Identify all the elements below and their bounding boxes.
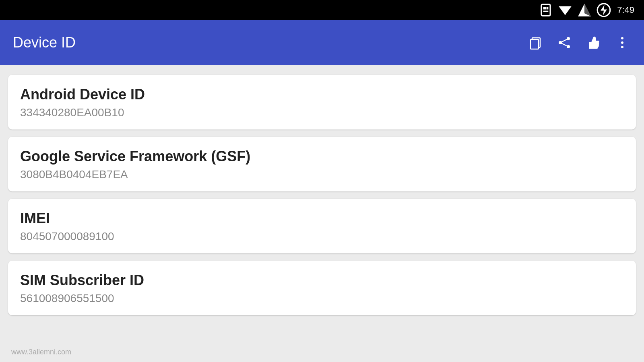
status-bar: 7:49 xyxy=(0,0,644,20)
app-bar-actions xyxy=(526,34,631,51)
svg-rect-10 xyxy=(530,39,539,49)
svg-rect-0 xyxy=(541,4,550,16)
svg-marker-4 xyxy=(559,6,572,15)
app-bar: Device ID xyxy=(0,20,644,65)
card-android-device-id[interactable]: Android Device ID 334340280EA00B10 xyxy=(8,75,636,130)
svg-rect-3 xyxy=(543,11,549,12)
svg-marker-8 xyxy=(601,5,607,15)
more-options-button[interactable] xyxy=(613,34,631,51)
share-button[interactable] xyxy=(555,34,573,51)
wifi-icon xyxy=(557,2,573,18)
card-imei[interactable]: IMEI 804507000089100 xyxy=(8,199,636,253)
page-title: Device ID xyxy=(13,34,526,51)
more-dots-icon xyxy=(615,35,630,50)
card-value-imei: 804507000089100 xyxy=(20,230,624,243)
share-icon xyxy=(557,35,572,50)
thumbs-up-icon xyxy=(586,35,601,50)
card-sim-subscriber[interactable]: SIM Subscriber ID 561008906551500 xyxy=(8,261,636,315)
card-title-imei: IMEI xyxy=(20,210,624,227)
status-time: 7:49 xyxy=(617,5,634,15)
card-value-gsf: 3080B4B0404EB7EA xyxy=(20,168,624,181)
card-value-sim: 561008906551500 xyxy=(20,292,624,305)
battery-icon xyxy=(596,2,611,18)
content-area: Android Device ID 334340280EA00B10 Googl… xyxy=(0,65,644,325)
copy-button[interactable] xyxy=(526,34,544,51)
watermark: www.3allemni.com xyxy=(11,348,71,356)
svg-line-15 xyxy=(560,43,568,47)
card-title-gsf: Google Service Framework (GSF) xyxy=(20,148,624,165)
svg-line-14 xyxy=(560,39,568,43)
svg-rect-2 xyxy=(547,7,549,9)
card-value-android: 334340280EA00B10 xyxy=(20,106,624,119)
card-title-android: Android Device ID xyxy=(20,86,624,103)
svg-rect-1 xyxy=(543,7,546,9)
copy-icon xyxy=(528,35,543,50)
card-title-sim: SIM Subscriber ID xyxy=(20,272,624,289)
status-icons: 7:49 xyxy=(538,2,634,18)
signal-icon xyxy=(577,2,592,18)
sim-icon xyxy=(538,2,553,18)
like-button[interactable] xyxy=(584,34,602,51)
card-gsf[interactable]: Google Service Framework (GSF) 3080B4B04… xyxy=(8,137,636,191)
